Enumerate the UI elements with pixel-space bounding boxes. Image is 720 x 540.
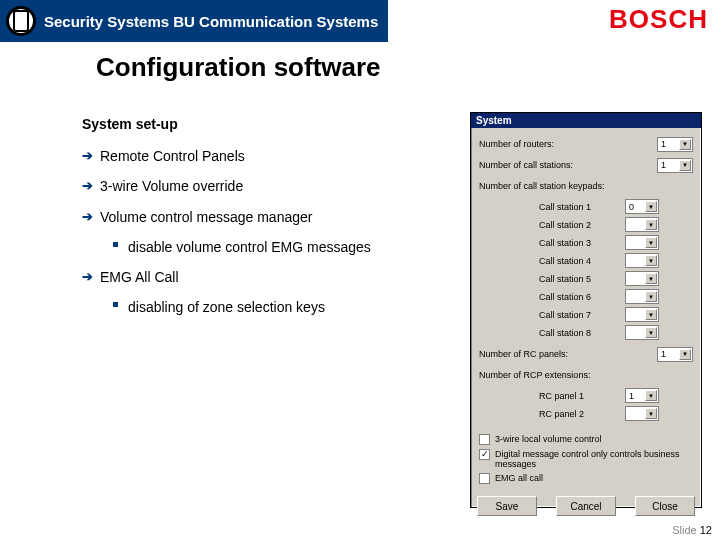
chevron-down-icon: ▼ xyxy=(645,309,657,320)
cs-label: Call station 6 xyxy=(539,292,625,302)
chevron-down-icon: ▼ xyxy=(645,390,657,401)
rcp-label: RC panel 2 xyxy=(539,409,625,419)
field-label: Number of RCP extensions: xyxy=(479,370,693,380)
header-left: Security Systems BU Communication System… xyxy=(0,0,388,42)
rcp-row: RC panel 2▼ xyxy=(479,406,693,421)
chevron-down-icon: ▼ xyxy=(679,139,691,150)
cs-row: Call station 2▼ xyxy=(479,217,693,232)
cs-select[interactable]: 0▼ xyxy=(625,199,659,214)
arrow-icon: ➔ xyxy=(82,268,94,286)
bullet-text: Volume control message manager xyxy=(94,208,312,226)
field-num-routers: Number of routers: 1 ▼ xyxy=(479,136,693,152)
callstation-list: Call station 10▼ Call station 2▼ Call st… xyxy=(479,199,693,340)
cs-select[interactable]: ▼ xyxy=(625,235,659,250)
field-rcp-ext-label: Number of RCP extensions: xyxy=(479,367,693,383)
checkbox-icon: ✓ xyxy=(479,449,490,460)
checkbox-icon xyxy=(479,434,490,445)
chevron-down-icon: ▼ xyxy=(645,327,657,338)
save-button[interactable]: Save xyxy=(477,496,537,516)
checkbox-label: Digital message control only controls bu… xyxy=(495,449,693,469)
chevron-down-icon: ▼ xyxy=(645,201,657,212)
chevron-down-icon: ▼ xyxy=(679,160,691,171)
field-label: Number of RC panels: xyxy=(479,349,657,359)
cs-row: Call station 6▼ xyxy=(479,289,693,304)
cs-label: Call station 3 xyxy=(539,238,625,248)
bullet-level1: ➔ 3-wire Volume override xyxy=(82,177,462,195)
slide-number: 12 xyxy=(700,524,712,536)
bullet-text: disabling of zone selection keys xyxy=(120,298,325,316)
cs-label: Call station 7 xyxy=(539,310,625,320)
field-num-callstations: Number of call stations: 1 ▼ xyxy=(479,157,693,173)
bullet-text: 3-wire Volume override xyxy=(94,177,243,195)
square-bullet-icon xyxy=(110,238,120,248)
cs-row: Call station 4▼ xyxy=(479,253,693,268)
checkbox-label: 3-wire local volume control xyxy=(495,434,693,444)
bullet-text: disable volume control EMG messages xyxy=(120,238,371,256)
cs-row: Call station 7▼ xyxy=(479,307,693,322)
cs-select[interactable]: ▼ xyxy=(625,325,659,340)
checkbox-emg-allcall[interactable]: EMG all call xyxy=(479,473,693,484)
cs-select[interactable]: ▼ xyxy=(625,271,659,286)
cs-label: Call station 4 xyxy=(539,256,625,266)
close-button[interactable]: Close xyxy=(635,496,695,516)
bullet-level1: ➔ Volume control message manager xyxy=(82,208,462,226)
field-label: Number of call stations: xyxy=(479,160,657,170)
checkbox-3wire[interactable]: 3-wire local volume control xyxy=(479,434,693,445)
num-callstations-select[interactable]: 1 ▼ xyxy=(657,158,693,173)
cs-select[interactable]: ▼ xyxy=(625,217,659,232)
bullet-text: EMG All Call xyxy=(94,268,179,286)
arrow-icon: ➔ xyxy=(82,147,94,165)
bosch-wordmark: BOSCH xyxy=(609,0,720,42)
chevron-down-icon: ▼ xyxy=(645,291,657,302)
chevron-down-icon: ▼ xyxy=(645,273,657,284)
checkbox-digital-msg[interactable]: ✓ Digital message control only controls … xyxy=(479,449,693,469)
arrow-icon: ➔ xyxy=(82,208,94,226)
chevron-down-icon: ▼ xyxy=(645,237,657,248)
checkbox-label: EMG all call xyxy=(495,473,693,483)
dialog-titlebar: System xyxy=(471,113,701,128)
bullet-level1: ➔ Remote Control Panels xyxy=(82,147,462,165)
select-value: 1 xyxy=(661,160,666,170)
cs-select[interactable]: ▼ xyxy=(625,307,659,322)
cs-row: Call station 8▼ xyxy=(479,325,693,340)
chevron-down-icon: ▼ xyxy=(645,408,657,419)
cs-select[interactable]: ▼ xyxy=(625,289,659,304)
bullet-level2: disabling of zone selection keys xyxy=(110,298,462,316)
field-num-keypads-label: Number of call station keypads: xyxy=(479,178,693,194)
rc-panels-select[interactable]: 1 ▼ xyxy=(657,347,693,362)
bullet-level2: disable volume control EMG messages xyxy=(110,238,462,256)
rcp-label: RC panel 1 xyxy=(539,391,625,401)
field-label: Number of routers: xyxy=(479,139,657,149)
rcp-select[interactable]: 1▼ xyxy=(625,388,659,403)
num-routers-select[interactable]: 1 ▼ xyxy=(657,137,693,152)
header-spacer xyxy=(388,0,609,42)
chevron-down-icon: ▼ xyxy=(679,349,691,360)
arrow-icon: ➔ xyxy=(82,177,94,195)
dialog-button-row: Save Cancel Close xyxy=(471,492,701,522)
cs-label: Call station 5 xyxy=(539,274,625,284)
cs-select[interactable]: ▼ xyxy=(625,253,659,268)
cs-label: Call station 1 xyxy=(539,202,625,212)
cancel-button[interactable]: Cancel xyxy=(556,496,616,516)
header-bar: Security Systems BU Communication System… xyxy=(0,0,720,42)
slide-title: Configuration software xyxy=(0,42,720,83)
field-label: Number of call station keypads: xyxy=(479,181,693,191)
rcp-select[interactable]: ▼ xyxy=(625,406,659,421)
bullet-text: Remote Control Panels xyxy=(94,147,245,165)
section-subhead: System set-up xyxy=(82,115,462,133)
cs-label: Call station 8 xyxy=(539,328,625,338)
footer-label: Slide xyxy=(672,524,696,536)
select-value: 0 xyxy=(629,202,634,212)
rcp-row: RC panel 11▼ xyxy=(479,388,693,403)
chevron-down-icon: ▼ xyxy=(645,219,657,230)
select-value: 1 xyxy=(661,349,666,359)
content-area: System set-up ➔ Remote Control Panels ➔ … xyxy=(82,115,462,328)
cs-row: Call station 10▼ xyxy=(479,199,693,214)
header-title: Security Systems BU Communication System… xyxy=(44,13,378,30)
bullet-level1: ➔ EMG All Call xyxy=(82,268,462,286)
select-value: 1 xyxy=(661,139,666,149)
bosch-symbol-icon xyxy=(6,6,36,36)
slide-footer: Slide 12 xyxy=(672,524,712,536)
checkbox-icon xyxy=(479,473,490,484)
chevron-down-icon: ▼ xyxy=(645,255,657,266)
